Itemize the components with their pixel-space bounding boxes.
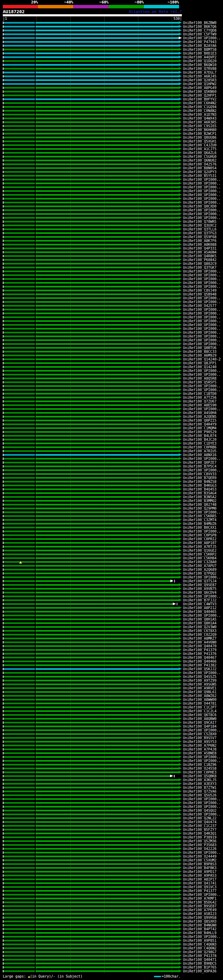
hit-row[interactable]: UniRef100_O42576 (0, 162, 223, 166)
hit-row[interactable]: UniRef100_UPI000.. (0, 308, 223, 312)
hit-label[interactable]: UniRef100_A8IP17 (183, 877, 217, 881)
hit-row[interactable]: UniRef100_A7TZ56 (0, 396, 223, 399)
hit-label[interactable]: UniRef100_B0D1E3 (183, 51, 217, 55)
hit-row[interactable]: UniRef100_UPI000.. (0, 300, 223, 304)
hit-row[interactable]: UniRef100_Q8H1A4 (0, 621, 223, 625)
hit-label[interactable]: UniRef100_A6R3R5 (183, 120, 217, 124)
hit-row[interactable]: UniRef100_B8N054 (0, 166, 223, 170)
hit-row[interactable]: UniRef100_A1D7N3 (0, 113, 223, 116)
hit-row[interactable]: UniRef100_A8Q5R8 (0, 377, 223, 380)
hit-label[interactable]: UniRef100_Q3TGK7 (183, 266, 217, 269)
hit-row[interactable]: UniRef100_C3ZMT4 (0, 518, 223, 522)
hit-row[interactable]: UniRef100_P41378 (0, 954, 223, 958)
hit-row[interactable]: UniRef100_A9RVE1 (0, 686, 223, 690)
hit-row[interactable]: UniRef100_Q59F68 (0, 235, 223, 239)
hit-label[interactable]: UniRef100_A2QEN5 (183, 415, 217, 418)
hit-label[interactable]: UniRef100_UPI000.. (183, 935, 221, 939)
hit-label[interactable]: UniRef100_Q5XGH1 (183, 139, 217, 143)
hit-row[interactable]: UniRef100_A7RTJ5 (0, 545, 223, 549)
hit-label[interactable]: UniRef100_A4V6N0 (183, 640, 217, 644)
hit-label[interactable]: UniRef100_A9SGN5 (183, 682, 217, 686)
hit-label[interactable]: UniRef100_B7QER9 (183, 476, 217, 480)
hit-label[interactable]: UniRef100_P41376 (183, 652, 217, 655)
hit-row[interactable]: UniRef100_P41382 (0, 663, 223, 667)
hit-label[interactable]: UniRef100_Q2UPY3 (183, 170, 217, 174)
hit-label[interactable]: UniRef100_UPI000.. (183, 208, 221, 212)
hit-label[interactable]: UniRef100_UPI000.. (183, 285, 221, 288)
hit-label[interactable]: UniRef100_UPI000.. (183, 319, 221, 323)
hit-label[interactable]: UniRef100_P47943 (183, 40, 217, 44)
hit-label[interactable]: UniRef100_B0FYV2 (183, 97, 217, 101)
hit-label[interactable]: UniRef100_Q7PQQ2 (183, 571, 217, 575)
hit-row[interactable]: UniRef100_B8CC33 (0, 350, 223, 353)
hit-row[interactable]: UniRef100_C0Z2Q9 (0, 633, 223, 636)
hit-label[interactable]: UniRef100_Q1HPW2 (183, 82, 217, 86)
hit-label[interactable]: UniRef100_A1D7N3 (183, 113, 217, 116)
hit-row[interactable]: UniRef100_Q4SSZ5 (0, 675, 223, 679)
hit-label[interactable]: UniRef100_Q2NL22 (183, 816, 217, 820)
hit-label[interactable]: UniRef100_P35683 (183, 843, 217, 847)
hit-label[interactable]: UniRef100_Q5QBK8 (183, 774, 217, 778)
hit-label[interactable]: UniRef100_C0Z2Q9 (183, 633, 217, 636)
hit-row[interactable]: UniRef100_P90529 (0, 430, 223, 434)
hit-row[interactable]: UniRef100_O42226 (0, 847, 223, 851)
hit-row[interactable]: UniRef100_UPI000.. (0, 575, 223, 579)
hit-row[interactable]: UniRef100_C6H4N2 (0, 101, 223, 105)
hit-row[interactable]: UniRef100_UPI000.. (0, 216, 223, 220)
hit-label[interactable]: UniRef100_Q7RV88 (183, 67, 217, 71)
hit-row[interactable]: UniRef100_A5BI23 (0, 912, 223, 916)
hit-row[interactable]: UniRef100_A9PA36 (0, 969, 223, 973)
hit-row[interactable]: UniRef100_UPI000.. (0, 510, 223, 514)
hit-row[interactable]: UniRef100_B4NGN0 (0, 923, 223, 927)
hit-row[interactable]: UniRef100_UPI000.. (0, 805, 223, 808)
hit-row[interactable]: UniRef100_A7RIU5 (0, 449, 223, 453)
hit-row[interactable]: UniRef100_Q8SXH3 (0, 920, 223, 923)
hit-row[interactable]: UniRef100_Q3TLL6 (0, 228, 223, 231)
hit-row[interactable]: UniRef100_Q6CDV4 (0, 591, 223, 595)
hit-row[interactable]: UniRef100_C0NAN2 (0, 109, 223, 113)
hit-label[interactable]: UniRef100_Q8H1A4 (183, 621, 217, 625)
hit-label[interactable]: UniRef100_B3SAG4 (183, 491, 217, 495)
hit-row[interactable]: UniRef100_C1MQM4 (0, 426, 223, 430)
hit-row[interactable]: UniRef100_Q1DQ20 (0, 59, 223, 63)
hit-label[interactable]: UniRef100_C3Z8A0 (183, 560, 217, 564)
hit-label[interactable]: UniRef100_UPI000.. (183, 595, 221, 598)
hit-label[interactable]: UniRef100_UPI000.. (183, 384, 221, 388)
hit-label[interactable]: UniRef100_Q0PZI5 (183, 418, 217, 422)
hit-label[interactable]: UniRef100_B9SE87 (183, 904, 217, 908)
hit-label[interactable]: UniRef100_UPI000.. (183, 510, 221, 514)
hit-row[interactable]: UniRef100_UPI000.. (0, 193, 223, 197)
hit-row[interactable]: UniRef100_UPI000.. (0, 312, 223, 315)
hit-label[interactable]: UniRef100_B6QW10 (183, 63, 217, 67)
hit-label[interactable]: UniRef100_A7TZ56 (183, 396, 217, 399)
hit-row[interactable]: UniRef100_C8VJ49 (0, 288, 223, 293)
hit-label[interactable]: UniRef100_B4JC20 (183, 438, 217, 442)
hit-row[interactable]: UniRef100_UPI000.. (0, 327, 223, 331)
hit-row[interactable]: UniRef100_A8MRZ7 (0, 636, 223, 640)
hit-row[interactable]: UniRef100_P41377 (0, 889, 223, 893)
hit-row[interactable]: UniRef100_A8WZ62 (0, 694, 223, 698)
hit-label[interactable]: UniRef100_Q3UXC2 (183, 224, 217, 228)
hit-label[interactable]: UniRef100_Q4U474 (183, 820, 217, 824)
hit-row[interactable]: UniRef100_B2WCP1 (0, 132, 223, 135)
hit-row[interactable]: UniRef100_Q285R3 (0, 78, 223, 82)
hit-row[interactable]: UniRef100_Q6AZL6 (0, 151, 223, 155)
hit-label[interactable]: UniRef100_C4WTV3 (183, 602, 217, 606)
hit-row[interactable]: UniRef100_Q40471 (0, 958, 223, 962)
hit-label[interactable]: UniRef100_B4PT42 (183, 927, 217, 931)
hit-row[interactable]: UniRef100_B4NZS8 (0, 480, 223, 484)
hit-label[interactable]: UniRef100_Q59F68 (183, 235, 217, 239)
hit-label[interactable]: UniRef100_Q5B948 (183, 293, 217, 296)
hit-label[interactable]: UniRef100_UPI000.. (183, 338, 221, 342)
hit-label[interactable]: UniRef100_C4Q6N2 (183, 946, 217, 950)
hit-label[interactable]: UniRef100_Q9SE87 (183, 583, 217, 587)
hit-label[interactable]: UniRef100_B3MMQ2 (183, 499, 217, 503)
hit-row[interactable]: UniRef100_Q0CXD0 (0, 204, 223, 208)
hit-label[interactable]: UniRef100_UPI000.. (183, 36, 221, 40)
hit-label[interactable]: UniRef100_UPI000.. (183, 193, 221, 197)
hit-row[interactable]: UniRef100_Q5R5F5 (0, 380, 223, 384)
hit-label[interactable]: UniRef100_B1P765 (183, 966, 217, 969)
hit-row[interactable]: UniRef100_A8PG49 (0, 86, 223, 90)
hit-label[interactable]: UniRef100_Q40465 (183, 610, 217, 614)
hit-row[interactable]: UniRef100_Q0PZE7 (0, 461, 223, 465)
